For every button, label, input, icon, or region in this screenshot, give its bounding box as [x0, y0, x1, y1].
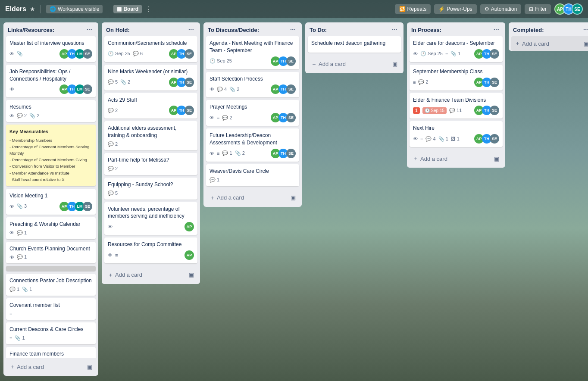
card-title: Elder care for deacons - September: [413, 40, 499, 47]
card-weaver-davis[interactable]: Weaver/Davis Care Circle 💬 1: [206, 164, 299, 186]
eye-icon: 👁: [9, 87, 14, 92]
card-title: Agenda - Next Meeting with Finance Team …: [210, 40, 296, 54]
template-icon[interactable]: ▣: [291, 194, 296, 201]
date-badge: 🕐 Sep 25: [108, 51, 130, 56]
filter-icon: ⊟: [529, 6, 533, 12]
card-future-leadership[interactable]: Future Leadership/Deacon Assessments & D…: [206, 128, 299, 162]
comment-icon: 💬 11: [449, 108, 462, 113]
card-worship-calendar[interactable]: Preaching & Worship Calendar 👁 💬 1: [6, 217, 96, 239]
card-comp-committee[interactable]: Resources for Comp Committee 👁 ≡ AP: [104, 237, 197, 263]
card-nine-marks[interactable]: Nine Marks Weekender (or similar) 💬 5 📎 …: [104, 65, 197, 91]
add-card-inprocess[interactable]: ＋ Add a card ▣: [410, 152, 503, 165]
eye-icon: 👁: [108, 253, 113, 258]
column-header-todo: To Do: ···: [305, 22, 403, 36]
comment-icon: 💬 4: [217, 87, 227, 92]
card-title: Next Hire: [413, 125, 499, 132]
powerups-button[interactable]: ⚡ Power-Ups: [434, 4, 476, 14]
column-cards-inprocess: Elder care for deacons - September 👁 🕐 S…: [407, 36, 505, 150]
add-card-completed-inline[interactable]: ＋ Add a card ▣: [511, 36, 588, 51]
add-card-onhold[interactable]: ＋ Add a card ▣: [104, 269, 197, 281]
card-deacon-gathering[interactable]: Schedule next deacon gathering: [308, 36, 401, 53]
eye-icon: 👁: [108, 224, 113, 229]
column-menu-onhold[interactable]: ···: [187, 26, 196, 34]
card-interview-questions[interactable]: Master list of interview questions 👁 📎 A…: [6, 36, 96, 62]
column-cards-todo: Schedule next deacon gathering: [305, 36, 403, 55]
board-icon: ▦: [117, 6, 122, 12]
card-september-membership[interactable]: September Membership Class ≡ 💬 2 AP TH S…: [410, 65, 503, 91]
add-card-label: Add a card: [17, 364, 44, 370]
card-parttime-melissa[interactable]: Part-time help for Melissa? 💬 2: [104, 153, 197, 175]
card-current-deacons[interactable]: Current Deacons & Care Circles ≡ 📎 1: [6, 322, 96, 344]
star-icon[interactable]: ★: [30, 6, 35, 12]
lines-icon: ≡: [217, 151, 219, 156]
column-menu-links[interactable]: ···: [85, 26, 94, 34]
card-meta: ≡: [9, 311, 92, 316]
column-menu-todiscuss[interactable]: ···: [288, 26, 297, 34]
card-elder-finance-divisions[interactable]: Elder & Finance Team Divisions 1 🕐 Sep 1…: [410, 93, 503, 119]
card-covenant-member-list[interactable]: Covenant member list ≡: [6, 298, 96, 320]
card-meta: 🕐 Sep 25 💬 6 AP TH SE: [108, 49, 194, 59]
card-church-events[interactable]: Church Events Planning Document 👁 💬 1: [6, 242, 96, 264]
column-menu-inprocess[interactable]: ···: [492, 26, 501, 34]
card-title: Equipping - Sunday School?: [108, 181, 194, 188]
avatar: SE: [185, 49, 194, 59]
card-title: September Membership Class: [413, 68, 499, 75]
template-icon[interactable]: ▣: [189, 272, 194, 278]
attach-icon: 📎 2: [229, 87, 239, 92]
card-job-responsibilities[interactable]: Job Responsibilities: Ops / Connections …: [6, 65, 96, 98]
badge-red: 1: [413, 107, 420, 114]
card-communion[interactable]: Communion/Sacraments schedule 🕐 Sep 25 💬…: [104, 36, 197, 62]
card-title: Future Leadership/Deacon Assessments & D…: [210, 132, 296, 147]
add-card-links[interactable]: ＋ Add a card ▣: [6, 360, 96, 373]
card-volunteer-needs[interactable]: Volunteer needs, percentage of members s…: [104, 202, 197, 235]
column-menu-todo[interactable]: ···: [390, 26, 399, 34]
card-next-hire[interactable]: Next Hire 👁 ≡ 💬 4 📎 1 🖼 1 AP TH SE: [410, 121, 503, 147]
add-card-label: Add a card: [319, 61, 346, 67]
card-connections-pastor[interactable]: Connections Pastor Job Description 💬 1 📎…: [6, 274, 96, 296]
column-menu-completed[interactable]: ···: [582, 26, 588, 34]
card-meta: 👁 ≡ 💬 1 📎 2 AP TH SE: [210, 149, 296, 158]
eye-icon: 👁: [9, 113, 14, 119]
card-meta: 👁 ≡ 💬 2 AP TH SE: [210, 113, 296, 122]
comment-icon: 💬 4: [425, 136, 435, 142]
card-agenda-finance[interactable]: Agenda - Next Meeting with Finance Team …: [206, 36, 299, 69]
template-icon[interactable]: ▣: [392, 61, 397, 67]
repeats-button[interactable]: 🔁 Repeats: [395, 4, 431, 14]
card-meta: 👁 AP TH LM SE: [9, 84, 92, 94]
add-card-todo[interactable]: ＋ Add a card ▣: [308, 58, 401, 71]
eye-icon: 👁: [9, 230, 14, 235]
attach-icon: 📎 2: [29, 113, 39, 119]
card-finance-team-members[interactable]: Finance team members 💬 1 📎 1: [6, 347, 96, 358]
template-icon[interactable]: ▣: [494, 156, 499, 162]
lines-icon: ≡: [9, 335, 12, 340]
comment-icon: 💬 1: [222, 150, 232, 156]
card-vision-meeting[interactable]: Vision Meeting 1 👁 📎 3 AP TH LM SE: [6, 189, 96, 215]
card-key-measurables[interactable]: Key Measurables - Membership Numbers - P…: [6, 125, 96, 186]
card-prayer-meetings[interactable]: Prayer Meetings 👁 ≡ 💬 2 AP TH SE: [206, 100, 299, 126]
column-title-todo: To Do:: [310, 27, 327, 33]
card-sunday-school[interactable]: Equipping - Sunday School? 💬 5: [104, 178, 197, 200]
workspace-badge[interactable]: 🌐 Workspace visible: [46, 5, 103, 13]
card-title: Nine Marks Weekender (or similar): [108, 68, 194, 75]
lines-icon: ≡: [445, 51, 448, 56]
card-meta: 💬 1 📎 1: [9, 287, 92, 292]
member-avatars: AP TH SE: [554, 3, 583, 15]
add-card-todiscuss[interactable]: ＋ Add a card ▣: [206, 191, 299, 204]
board-button[interactable]: ▦ Board: [113, 5, 142, 13]
card-avatars: AP TH SE: [272, 149, 296, 158]
board-menu-icon[interactable]: ⋮: [145, 5, 152, 13]
card-staff-selection[interactable]: Staff Selection Process 👁 💬 4 📎 2 AP TH …: [206, 72, 299, 98]
comment-icon: 💬 1: [17, 230, 27, 236]
eye-icon: 👁: [210, 151, 214, 156]
column-todiscuss: To Discuss/Decide: ··· Agenda - Next Mee…: [203, 22, 302, 207]
filter-button[interactable]: ⊟ Filter: [525, 4, 551, 14]
add-card-label: Add a card: [522, 41, 549, 47]
automation-button[interactable]: ⚙ Automation: [480, 4, 522, 14]
template-icon[interactable]: ▣: [584, 41, 588, 47]
card-elder-care-deacons[interactable]: Elder care for deacons - September 👁 🕐 S…: [410, 36, 503, 62]
card-resumes[interactable]: Resumes 👁 💬 2 📎 2: [6, 100, 96, 122]
card-elders-assessment[interactable]: Additional elders assessment, training &…: [104, 121, 197, 150]
card-acts29[interactable]: Acts 29 Stuff 💬 2 AP TH SE: [104, 93, 197, 119]
column-links: Links/Resources: ··· Master list of inte…: [3, 22, 98, 376]
template-icon[interactable]: ▣: [87, 364, 92, 370]
